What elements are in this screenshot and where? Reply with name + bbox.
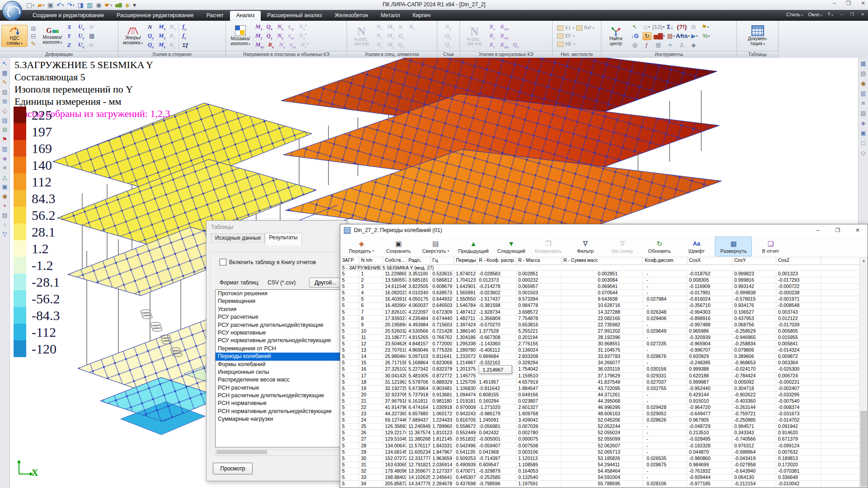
table-cell[interactable]: 5 (340, 404, 359, 410)
animation-icon[interactable]: ▶▾ (690, 33, 699, 40)
list-hscrollbar[interactable] (215, 449, 343, 456)
sum-loads-icon[interactable]: Σ↓ (666, 23, 674, 31)
table-cell[interactable]: 5 (340, 284, 359, 289)
table-cell[interactable]: 1.642901 (454, 284, 477, 289)
table-cell[interactable]: -0.001971 (776, 296, 821, 302)
table-cell[interactable]: 0.213510 (687, 430, 732, 436)
report-book-icon[interactable]: ▤▾ (667, 33, 675, 40)
table-cell[interactable]: 3.698572 (516, 309, 562, 315)
ribbon-result-button[interactable]: Σf (183, 42, 189, 49)
ribbon-result-button[interactable]: Qz (445, 41, 452, 49)
table-cell[interactable]: 15 (359, 360, 383, 366)
table-cell[interactable]: 0.007632 (776, 449, 821, 455)
ribbon-result-button[interactable]: Nx (376, 23, 383, 31)
table-cell[interactable]: 0.984699 (687, 462, 732, 468)
table-cell[interactable]: -0.816024 (687, 296, 732, 302)
hscroll-thumb[interactable] (216, 450, 267, 454)
table-row[interactable]: 51323.7076104.8690460.7753261.289780-0.4… (340, 347, 860, 353)
table-cell[interactable]: 0.646503 (431, 302, 454, 308)
table-cell[interactable]: 0.437953 (732, 316, 776, 321)
table-cell[interactable]: -0.406112 (477, 347, 516, 353)
table-cell[interactable]: 4 (359, 290, 383, 296)
table-cell[interactable]: 0.041968 (477, 449, 516, 455)
table-cell[interactable]: 4.530566 (407, 328, 431, 334)
table-cell[interactable]: 0.012122 (776, 316, 821, 321)
table-cell[interactable]: 5 (340, 449, 359, 455)
table-row[interactable]: 5920.1958944.4939840.7156031.397424-0.57… (340, 322, 860, 328)
table-cell[interactable]: 13.359677 (407, 468, 431, 474)
tw-close-button[interactable]: ✕ (848, 227, 868, 233)
table-cell[interactable]: 0.328294 (516, 360, 562, 366)
table-cell[interactable]: 0.002780 (516, 430, 562, 436)
table-cell[interactable]: 28 (359, 443, 383, 449)
table-cell[interactable]: 0.644932 (431, 296, 454, 302)
table-cell[interactable]: 0.028676 (643, 353, 687, 359)
menu-icon[interactable]: ≡ (862, 100, 865, 106)
table-cell[interactable]: -0.043419 (732, 455, 776, 461)
table-cell[interactable]: 0.132540 (516, 474, 562, 480)
list-icon[interactable]: ≡ (3, 165, 7, 171)
spectrum-icon[interactable]: ≈ (666, 42, 674, 49)
table-cell[interactable]: 0.808155 (477, 392, 516, 398)
table-cell[interactable]: - (643, 360, 687, 366)
ribbon-result-button[interactable]: Rz (268, 41, 275, 49)
table-cell[interactable]: -0.952440 (687, 386, 732, 391)
table-cell[interactable]: 43.722095 (562, 386, 643, 391)
table-cell[interactable]: 0.832379 (431, 366, 454, 372)
epure-mosaic-button[interactable]: Эпюры/мозаика▾ (120, 25, 146, 46)
table-row[interactable]: 51831.1219635.5787060.8883291.1257091.45… (340, 379, 860, 386)
table-cell[interactable]: 14.611548 (383, 284, 407, 289)
table-cell[interactable]: 134.681457 (383, 449, 407, 455)
table-cell[interactable]: 1.704123 (454, 277, 477, 283)
table-cell[interactable]: 6.161811 (407, 398, 431, 404)
table-cell[interactable]: 22.082165 (562, 316, 643, 321)
table-list-item[interactable]: Перемещения от РСН (216, 345, 342, 353)
table-cell[interactable]: - (643, 335, 687, 340)
ribbon-tab-создание-и-редактирование[interactable]: Создание и редактирование (26, 11, 110, 21)
table-cell[interactable]: 0.649166 (516, 392, 562, 398)
table-row[interactable]: 51020.5260324.5305660.7214281.3861401.37… (340, 328, 860, 335)
table-cell[interactable]: 0.775326 (431, 347, 454, 353)
table-cell[interactable]: 0.003084 (562, 277, 643, 283)
table-cell[interactable]: 23.504626 (383, 341, 407, 347)
table-cell[interactable]: 11 (359, 335, 383, 340)
app-logo[interactable] (2, 1, 22, 21)
table-cell[interactable]: -0.025300 (776, 366, 821, 372)
table-cell[interactable]: - (643, 284, 687, 289)
ribbon-result-button[interactable]: fz (183, 32, 189, 40)
table-cell[interactable]: 198.884035 (383, 474, 407, 480)
table-cell[interactable]: 34 (359, 481, 383, 487)
table-cell[interactable]: 1.295338 (454, 341, 477, 347)
one-node-n-button[interactable]: N N (251,261 КЭ) (461, 25, 488, 47)
ribbon-tab-кирпич[interactable]: Кирпич (406, 11, 437, 21)
ribbon-result-button[interactable]: Ry (489, 32, 496, 40)
include-report-checkbox[interactable]: Включить таблицу в Книгу отчетов (220, 259, 316, 265)
table-cell[interactable]: -0.977185 (687, 481, 732, 487)
table-cell[interactable]: 5.255221 (516, 328, 562, 334)
gravity-center-icon[interactable]: ↓G (631, 33, 639, 40)
table-cell[interactable]: -0.381598 (477, 302, 516, 308)
table-row[interactable]: 526129.22174911.3675741.8101230.5524490.… (340, 430, 860, 436)
table-cell[interactable]: -0.033295 (776, 392, 821, 398)
table-cell[interactable]: 1.245091 (477, 417, 516, 423)
ribbon-result-button[interactable]: ▦ (89, 33, 96, 40)
table-cell[interactable]: 5 (340, 392, 359, 398)
table-cell[interactable]: -0.902622 (732, 392, 776, 398)
table-cell[interactable]: 1.304186 (454, 335, 477, 340)
table-cell[interactable]: 1.487412 (454, 309, 477, 315)
table-cell[interactable]: 1.884547 (516, 386, 562, 391)
table-list-item[interactable]: Перемещения (216, 297, 342, 305)
table-cell[interactable]: 0.001323 (776, 271, 821, 277)
table-cell[interactable]: 0.823068 (431, 360, 454, 366)
table-cell[interactable]: 7.689437 (407, 417, 431, 423)
table-cell[interactable]: 0.609547 (477, 462, 516, 468)
circle-icon[interactable]: ○ (3, 222, 7, 228)
table-cell[interactable]: 0.888329 (431, 379, 454, 385)
table-list-item[interactable]: Протокол решения (216, 290, 342, 297)
table-cell[interactable]: -0.798596 (477, 481, 516, 487)
table-cell[interactable]: -0.028495 (687, 436, 732, 442)
table-cell[interactable]: -0.031673 (776, 411, 821, 417)
table-cell[interactable]: 5 (340, 373, 359, 379)
table-cell[interactable]: 54.458464 (562, 468, 643, 474)
table-cell[interactable]: 11.229869 (383, 271, 407, 277)
